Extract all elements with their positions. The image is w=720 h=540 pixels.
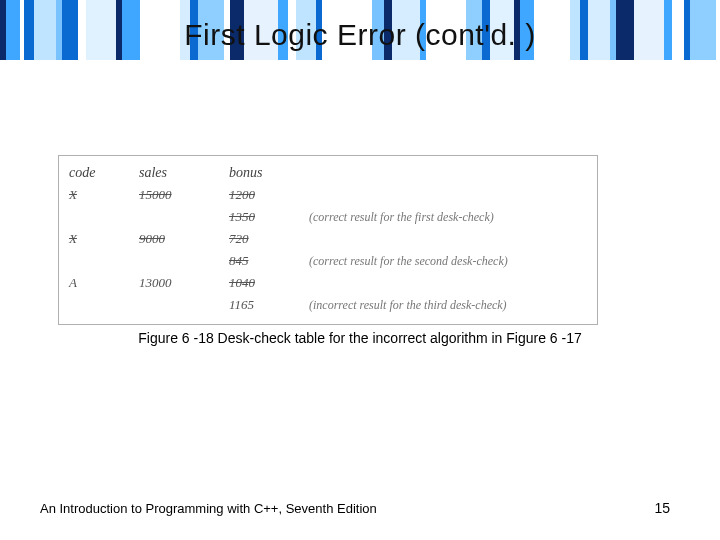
cell-code: X [69, 187, 139, 203]
table-row: X 15000 1200 [69, 184, 587, 206]
header-bonus: bonus [229, 165, 309, 181]
cell-note: (correct result for the first desk-check… [309, 210, 587, 225]
cell-sales: 15000 [139, 187, 229, 203]
cell-code: X [69, 231, 139, 247]
header-sales: sales [139, 165, 229, 181]
cell-bonus: 845 [229, 253, 309, 269]
figure-caption: Figure 6 -18 Desk-check table for the in… [0, 330, 720, 346]
cell-bonus: 1165 [229, 297, 309, 313]
desk-check-table: code sales bonus X 15000 1200 1350 (corr… [58, 155, 598, 325]
footer-source: An Introduction to Programming with C++,… [40, 501, 377, 516]
content-area: code sales bonus X 15000 1200 1350 (corr… [58, 155, 658, 325]
table-row: 1165 (incorrect result for the third des… [69, 294, 587, 316]
table-header-row: code sales bonus [69, 162, 587, 184]
cell-bonus: 1350 [229, 209, 309, 225]
header-code: code [69, 165, 139, 181]
cell-bonus: 1200 [229, 187, 309, 203]
table-row: X 9000 720 [69, 228, 587, 250]
page-number: 15 [654, 500, 670, 516]
cell-bonus: 720 [229, 231, 309, 247]
table-row: A 13000 1040 [69, 272, 587, 294]
cell-note: (correct result for the second desk-chec… [309, 254, 587, 269]
cell-note: (incorrect result for the third desk-che… [309, 298, 587, 313]
slide-title: First Logic Error (cont'd. ) [0, 18, 720, 52]
table-row: 845 (correct result for the second desk-… [69, 250, 587, 272]
cell-code: A [69, 275, 139, 291]
cell-sales: 13000 [139, 275, 229, 291]
table-row: 1350 (correct result for the first desk-… [69, 206, 587, 228]
cell-sales: 9000 [139, 231, 229, 247]
cell-bonus: 1040 [229, 275, 309, 291]
slide-banner: First Logic Error (cont'd. ) [0, 0, 720, 70]
